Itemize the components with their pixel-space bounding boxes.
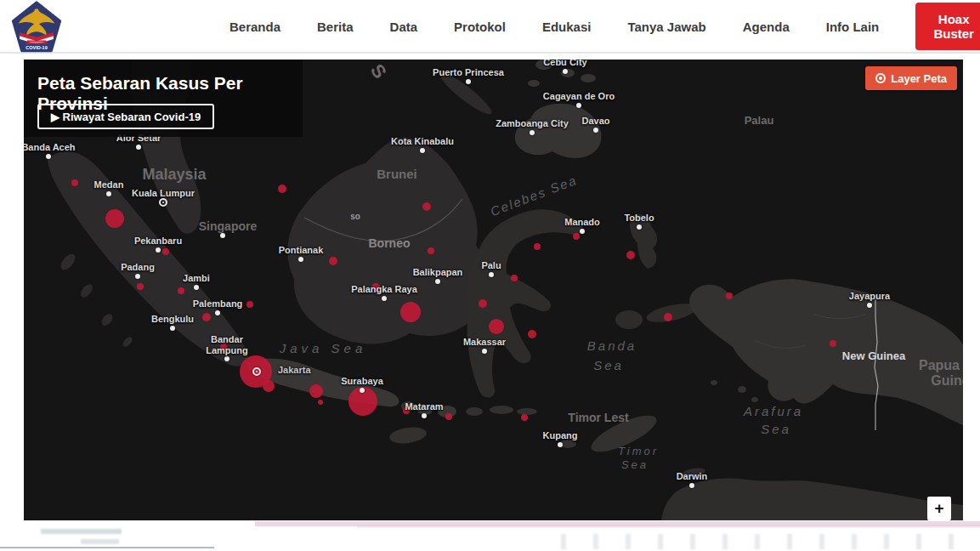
- city-label: Kuala Lumpur: [132, 188, 195, 199]
- city-dot-icon: [170, 326, 175, 331]
- city-label: Kupang: [543, 430, 578, 441]
- nav-item-agenda[interactable]: Agenda: [743, 20, 790, 34]
- covid-case-marker[interactable]: [263, 380, 275, 392]
- covid-case-marker[interactable]: [445, 413, 452, 420]
- covid-case-marker[interactable]: [178, 287, 184, 294]
- target-circles-icon: [875, 73, 886, 83]
- page-artifact-gray-line: [0, 547, 214, 548]
- covid-case-marker[interactable]: [71, 179, 78, 186]
- covid-case-marker[interactable]: [726, 293, 733, 299]
- covid-case-marker[interactable]: [246, 301, 253, 308]
- city-dot-icon: [563, 69, 568, 74]
- city-marker: [360, 388, 365, 393]
- covid-case-marker[interactable]: [278, 185, 286, 193]
- sea-label: Banda: [587, 338, 637, 353]
- city-label: Padang: [121, 262, 155, 273]
- hoax-buster-button[interactable]: Hoax Buster: [915, 3, 980, 50]
- covid-distribution-map[interactable]: Java SeaCelebes SeaBandaSeaTimorSeaArafu…: [24, 60, 963, 520]
- sea-label: Arafura: [744, 404, 803, 418]
- city-label: Bandar Lampung: [206, 334, 248, 355]
- city-label: Pontianak: [279, 245, 324, 256]
- city-label: Manado: [564, 217, 600, 228]
- covid-case-marker[interactable]: [428, 247, 434, 254]
- covid-case-marker[interactable]: [511, 275, 518, 281]
- nav-item-edukasi[interactable]: Edukasi: [542, 20, 592, 34]
- city-label: Palu: [481, 260, 501, 271]
- covid-case-marker[interactable]: [400, 302, 421, 322]
- city-label: Makassar: [463, 337, 506, 348]
- capital-marker: [252, 367, 261, 376]
- city-marker: [382, 296, 387, 301]
- covid-case-marker[interactable]: [105, 209, 124, 228]
- city-dot-icon: [215, 310, 220, 315]
- covid-case-marker[interactable]: [626, 251, 635, 259]
- nav-item-beranda[interactable]: Beranda: [229, 20, 280, 34]
- city-dot-icon: [689, 483, 694, 488]
- layer-peta-button[interactable]: Layer Peta: [865, 66, 957, 90]
- city-label: Pekanbaru: [134, 236, 182, 247]
- covid-case-marker[interactable]: [573, 233, 580, 240]
- nav-item-tanya-jawab[interactable]: Tanya Jawab: [627, 20, 705, 34]
- city-dot-icon: [224, 356, 229, 361]
- city-label: Surabaya: [341, 376, 383, 387]
- covid-case-marker[interactable]: [489, 319, 504, 334]
- covid-case-marker[interactable]: [422, 202, 431, 211]
- covid-case-marker[interactable]: [329, 257, 337, 265]
- covid-case-marker[interactable]: [521, 414, 528, 421]
- city-dot-icon: [530, 130, 535, 135]
- covid-case-marker[interactable]: [318, 400, 323, 405]
- city-label: Banda Aceh: [24, 142, 76, 153]
- region-label: Malaysia: [142, 166, 206, 184]
- covid-case-marker[interactable]: [534, 243, 541, 250]
- city-dot-icon: [422, 413, 427, 418]
- page-artifact-specks: [561, 534, 977, 549]
- city-label: Kota Kinabalu: [391, 136, 454, 147]
- city-marker: [689, 483, 694, 488]
- covid-case-marker[interactable]: [664, 313, 672, 321]
- city-label: Puerto Princesa: [433, 67, 504, 78]
- city-label: Palembang: [193, 298, 243, 310]
- city-dot-icon: [360, 388, 365, 393]
- nav-item-berita[interactable]: Berita: [317, 20, 354, 34]
- nav-menu: BerandaBeritaDataProtokolEdukasiTanya Ja…: [229, 0, 980, 53]
- city-label: Jambi: [183, 273, 210, 284]
- city-label: Cebu City: [543, 60, 586, 68]
- city-marker: [46, 154, 51, 159]
- city-dot-icon: [194, 285, 199, 290]
- nav-item-data[interactable]: Data: [390, 20, 418, 34]
- city-dot-icon: [46, 154, 51, 159]
- map-zoom-in-button[interactable]: +: [927, 497, 951, 520]
- nav-item-protokol[interactable]: Protokol: [454, 20, 506, 34]
- page-artifact-smudge-1: [41, 529, 122, 534]
- city-dot-icon: [637, 224, 642, 230]
- layer-peta-label: Layer Peta: [891, 72, 947, 85]
- covid-case-marker[interactable]: [162, 248, 169, 255]
- city-label: Mataram: [405, 401, 443, 412]
- page-artifact-pink-band-2: [357, 525, 980, 528]
- covid-case-marker[interactable]: [830, 340, 836, 347]
- city-dot-icon: [466, 79, 471, 84]
- city-marker: [106, 191, 111, 196]
- covid-case-marker[interactable]: [309, 384, 323, 398]
- sea-label: Sea: [621, 458, 649, 471]
- sea-label: Timor: [618, 445, 659, 457]
- city-label: Darwin: [677, 471, 708, 482]
- region-label: so: [350, 212, 360, 221]
- city-label: Tobelo: [624, 213, 654, 224]
- covid-case-marker[interactable]: [528, 330, 536, 338]
- city-dot-icon: [489, 272, 494, 277]
- riwayat-sebaran-button[interactable]: ▶ Riwayat Sebaran Covid-19: [37, 104, 214, 129]
- city-marker: [580, 229, 585, 234]
- covid-case-marker[interactable]: [202, 313, 211, 321]
- covid19-task-force-logo[interactable]: COVID-19: [11, 1, 62, 54]
- covid-case-marker[interactable]: [479, 299, 487, 308]
- region-label: Singapore: [199, 219, 257, 233]
- city-marker: [224, 356, 229, 361]
- region-label: New Guinea: [842, 349, 905, 362]
- city-dot-icon: [136, 145, 141, 150]
- city-label: Zamboanga City: [496, 118, 569, 129]
- region-label: Guine: [931, 373, 963, 389]
- covid-case-marker[interactable]: [137, 283, 144, 290]
- nav-item-info-lain[interactable]: Info Lain: [826, 20, 880, 34]
- city-dot-icon: [135, 274, 140, 279]
